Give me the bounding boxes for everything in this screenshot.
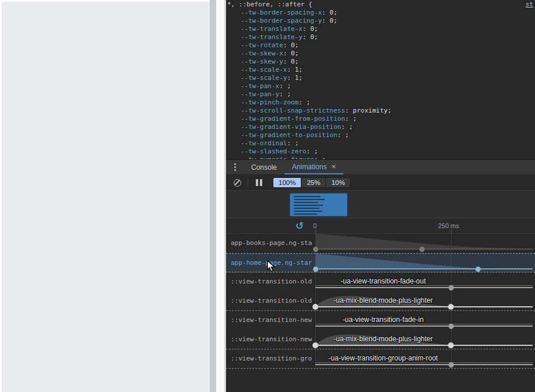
- tab-animations-label: Animations: [292, 163, 326, 171]
- css-property-value: : ;: [298, 99, 310, 106]
- playback-rate-10-button[interactable]: 10%: [326, 178, 350, 187]
- animation-target-name: ::view-transition-old:: [226, 272, 312, 292]
- css-property[interactable]: --tw-gradient-from-position: ;: [226, 115, 535, 123]
- css-property[interactable]: --tw-rotate: 0;: [226, 41, 535, 50]
- animation-name-badge: -ua-mix-blend-mode-plus-lighter: [315, 296, 451, 304]
- css-property-name: --tw-gradient-via-position: [241, 123, 341, 131]
- css-property-name: --tw-scale-x: [241, 66, 287, 74]
- clear-all-button[interactable]: [231, 176, 244, 189]
- keyframe-dot[interactable]: [448, 342, 454, 348]
- replay-button[interactable]: ↺: [294, 220, 305, 232]
- css-property[interactable]: --tw-scale-y: 1;: [226, 74, 535, 82]
- thumbnail-text-lines: [290, 193, 348, 216]
- timeline-tick: [451, 230, 451, 233]
- css-property-name: --tw-translate-y: [241, 33, 303, 41]
- css-property-value: : ;: [279, 90, 291, 98]
- tab-console-label: Console: [251, 163, 277, 172]
- playback-rate-100-button[interactable]: 100%: [273, 178, 301, 187]
- css-property[interactable]: --tw-border-spacing-x: 0;: [226, 9, 535, 17]
- css-property-value: : ;: [345, 115, 357, 123]
- keyframe-dot[interactable]: [313, 267, 318, 272]
- easing-curve: [315, 254, 477, 273]
- keyframe-dot[interactable]: [475, 267, 481, 272]
- timeline-header[interactable]: ↺ 0 250 ms: [226, 218, 535, 234]
- css-property[interactable]: --tw-border-spacing-y: 0;: [226, 17, 535, 25]
- css-property-value: : 0;: [303, 33, 318, 41]
- css-property[interactable]: --tw-slashed-zero: ;: [226, 148, 535, 156]
- animation-track-line: [315, 326, 533, 327]
- css-property-name: --tw-border-spacing-x: [241, 9, 322, 16]
- keyframe-dot[interactable]: [312, 342, 318, 348]
- css-property-name: --tw-gradient-to-position: [241, 131, 338, 139]
- pause-icon: [256, 179, 262, 186]
- animation-row[interactable]: -ua-mix-blend-mode-plus-lighter::view-tr…: [226, 330, 535, 349]
- animations-toolbar: 100% 25% 10%: [226, 175, 535, 191]
- css-property-value: : ;: [279, 82, 291, 90]
- css-property[interactable]: --tw-translate-y: 0;: [226, 33, 535, 41]
- timeline-zero-label: 0: [310, 222, 319, 229]
- animation-name-badge: -ua-view-transition-group-anim-root: [315, 354, 451, 362]
- devtools-panel: *, ::before, ::after { st --tw-border-sp…: [226, 0, 535, 392]
- css-property-value: : 0;: [322, 9, 338, 16]
- css-property[interactable]: --tw-translate-x: 0;: [226, 25, 535, 33]
- page-scrollbar[interactable]: [209, 0, 216, 392]
- css-property-value: : 0;: [283, 41, 299, 49]
- track-line-secondary: [315, 285, 533, 286]
- stylesheet-link[interactable]: st: [526, 1, 533, 9]
- css-property[interactable]: --tw-skew-x: 0;: [226, 50, 535, 58]
- keyframe-dot[interactable]: [312, 304, 318, 310]
- css-property-value: : proximity;: [345, 107, 391, 114]
- animation-row[interactable]: -ua-mix-blend-mode-plus-lighter::view-tr…: [226, 292, 535, 311]
- animation-preview-thumbnail[interactable]: [290, 193, 348, 216]
- css-property-name: --tw-gradient-from-position: [241, 115, 345, 123]
- keyframe-dot[interactable]: [448, 304, 454, 310]
- css-property-value: : 1;: [287, 74, 303, 82]
- toolbar-divider: [248, 178, 248, 187]
- css-property[interactable]: --tw-pan-y: ;: [226, 90, 535, 99]
- css-property-value: : 0;: [303, 25, 318, 33]
- css-selector[interactable]: *, ::before, ::after {: [227, 1, 312, 9]
- vertical-dots-icon: [234, 163, 236, 171]
- css-property[interactable]: --tw-pan-x: ;: [226, 82, 535, 90]
- css-property-value: : ;: [338, 131, 349, 139]
- css-property[interactable]: --tw-pinch-zoom: ;: [226, 99, 535, 107]
- keyframe-dot[interactable]: [313, 247, 318, 252]
- keyframe-dot[interactable]: [419, 247, 425, 252]
- close-icon[interactable]: ×: [331, 163, 336, 170]
- animation-name-badge: -ua-view-transition-fade-out: [315, 277, 451, 285]
- css-property-name: --tw-skew-x: [241, 50, 283, 57]
- mouse-cursor-icon: [267, 260, 276, 272]
- animation-row[interactable]: -ua-view-transition-fade-in::view-transi…: [226, 311, 535, 330]
- timeline-end-label: 250 ms: [425, 222, 473, 229]
- css-property[interactable]: --tw-skew-y: 0;: [226, 58, 535, 66]
- animation-name-badge: -ua-mix-blend-mode-plus-lighter: [315, 335, 451, 343]
- devtools-dock-divider[interactable]: [216, 0, 226, 392]
- drawer-tab-strip: Console Animations ×: [226, 159, 535, 175]
- keyframe-dot[interactable]: [449, 324, 454, 329]
- css-property[interactable]: --tw-gradient-via-position: ;: [226, 123, 535, 131]
- css-property-name: --tw-translate-x: [241, 25, 303, 33]
- tab-console[interactable]: Console: [244, 160, 284, 174]
- css-property[interactable]: --tw-scale-x: 1;: [226, 66, 535, 74]
- css-property-name: --tw-pan-y: [241, 90, 279, 98]
- pause-all-button[interactable]: [252, 176, 265, 189]
- animation-row[interactable]: app-books-page.ng-star: [226, 234, 535, 253]
- track-line-secondary: [315, 362, 533, 363]
- keyframe-dot[interactable]: [449, 362, 454, 368]
- more-tabs-button[interactable]: [226, 160, 244, 174]
- animation-target-name: app-books-page.ng-star: [226, 234, 312, 253]
- playback-rate-25-button[interactable]: 25%: [301, 178, 326, 187]
- css-property[interactable]: --tw-gradient-to-position: ;: [226, 131, 535, 139]
- animation-track-line: [315, 306, 533, 307]
- animation-row[interactable]: -ua-view-transition-group-anim-root::vie…: [226, 349, 535, 369]
- css-property-name: --tw-skew-y: [241, 58, 283, 65]
- css-property[interactable]: --tw-scroll-snap-strictness: proximity;: [226, 107, 535, 115]
- css-property[interactable]: --tw-ordinal: ;: [226, 139, 535, 148]
- tab-animations[interactable]: Animations ×: [284, 160, 343, 174]
- keyframe-dot[interactable]: [449, 285, 454, 290]
- css-property-name: --tw-rotate: [241, 41, 283, 49]
- css-property-value: : 0;: [283, 50, 299, 57]
- animation-row[interactable]: -ua-view-transition-fade-out::view-trans…: [226, 272, 535, 292]
- css-rule-header[interactable]: *, ::before, ::after { st: [226, 1, 535, 9]
- css-property-value: : 1;: [287, 66, 303, 74]
